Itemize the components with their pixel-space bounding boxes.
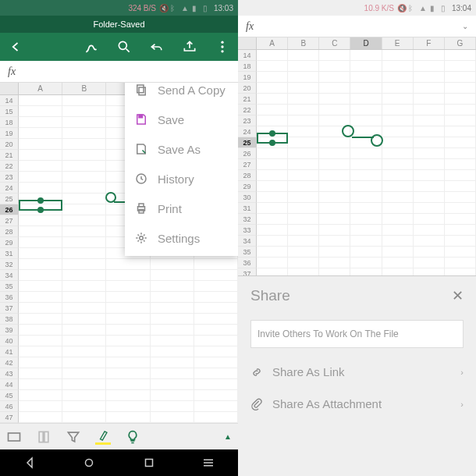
row-header[interactable]: 39	[0, 325, 19, 336]
menu-settings[interactable]: Settings	[125, 223, 238, 253]
row-header[interactable]: 28	[238, 170, 257, 181]
row-header[interactable]: 18	[0, 117, 19, 128]
wifi-icon: ▲	[419, 4, 427, 12]
row-header[interactable]: 26	[0, 204, 19, 215]
row-header[interactable]: 33	[238, 225, 257, 236]
row-header[interactable]: 24	[0, 183, 19, 194]
row-header[interactable]: 35	[0, 281, 19, 292]
format-button[interactable]	[95, 429, 111, 445]
back-button[interactable]	[8, 39, 23, 55]
nav-menu[interactable]	[201, 456, 215, 470]
sheet-tabs-button[interactable]	[6, 429, 22, 445]
menu-history[interactable]: History	[125, 164, 238, 194]
row-header[interactable]: 23	[238, 115, 257, 126]
row-header[interactable]: 29	[0, 237, 19, 248]
bluetooth-icon: ᛒ	[170, 4, 178, 12]
row-header[interactable]: 44	[0, 379, 19, 390]
row-header[interactable]: 46	[0, 401, 19, 412]
row-header[interactable]: 42	[0, 357, 19, 368]
row-header[interactable]: 20	[0, 139, 19, 150]
share-button[interactable]	[182, 39, 197, 55]
row-header[interactable]: 20	[238, 83, 257, 94]
select-all-corner[interactable]	[0, 83, 19, 94]
filter-button[interactable]	[66, 429, 81, 445]
row-header[interactable]: 47	[0, 412, 19, 423]
row-header[interactable]: 28	[0, 226, 19, 237]
row-header[interactable]: 27	[238, 159, 257, 170]
row-header[interactable]: 19	[238, 72, 257, 83]
row-header[interactable]: 38	[0, 314, 19, 325]
ideas-button[interactable]	[125, 429, 140, 445]
chevron-down-icon[interactable]: ⌄	[462, 22, 468, 30]
row-header[interactable]: 22	[0, 161, 19, 172]
col-header[interactable]: A	[19, 83, 62, 94]
col-header[interactable]: E	[382, 37, 414, 49]
row-header[interactable]: 32	[238, 214, 257, 225]
col-header[interactable]: D	[350, 37, 382, 49]
col-header[interactable]: G	[445, 37, 476, 49]
invite-input[interactable]: Invite Others To Work On The File	[250, 320, 464, 348]
nav-back[interactable]	[23, 456, 37, 470]
share-as-attachment[interactable]: Share As Attachment ›	[238, 388, 476, 420]
row-header[interactable]: 36	[0, 292, 19, 303]
nav-home[interactable]	[82, 456, 96, 470]
row-header[interactable]: 31	[0, 248, 19, 259]
select-all-corner[interactable]	[238, 37, 257, 49]
row-header[interactable]: 30	[238, 192, 257, 203]
row-header[interactable]: 34	[0, 270, 19, 281]
row-header[interactable]: 37	[0, 303, 19, 314]
row-header[interactable]: 40	[0, 336, 19, 346]
row-header[interactable]: 24	[238, 126, 257, 137]
row-header[interactable]: 32	[0, 259, 19, 270]
row-header[interactable]: 25	[238, 137, 257, 148]
menu-send-copy[interactable]: Send A Copy	[125, 83, 238, 105]
row-header[interactable]: 21	[238, 94, 257, 105]
row-header[interactable]: 41	[0, 346, 19, 357]
row-header[interactable]: 19	[0, 128, 19, 139]
menu-print[interactable]: Print	[125, 194, 238, 223]
share-as-link[interactable]: Share As Link ›	[238, 356, 476, 388]
row-header[interactable]: 25	[0, 194, 19, 204]
row-header[interactable]: 18	[238, 61, 257, 72]
more-button[interactable]	[215, 39, 230, 55]
row-header[interactable]: 27	[0, 215, 19, 226]
svg-rect-12	[9, 433, 20, 441]
row-header[interactable]: 29	[238, 181, 257, 192]
row-header[interactable]: 23	[0, 172, 19, 183]
menu-save[interactable]: Save	[125, 105, 238, 134]
row-header[interactable]: 34	[238, 236, 257, 247]
row-header[interactable]: 14	[238, 50, 257, 61]
menu-save-as[interactable]: Save As	[125, 134, 238, 164]
undo-button[interactable]	[149, 39, 165, 55]
col-header[interactable]: B	[62, 83, 106, 94]
col-header[interactable]: B	[288, 37, 319, 49]
grid-rows[interactable]: 1418192021222324252627282930313233343536…	[238, 50, 476, 301]
row-header[interactable]: 26	[238, 148, 257, 159]
row-header[interactable]: 14	[0, 95, 19, 106]
col-header[interactable]: A	[257, 37, 288, 49]
row-header[interactable]: 21	[0, 150, 19, 161]
card-view-button[interactable]	[36, 429, 52, 445]
col-header[interactable]: F	[414, 37, 445, 49]
draw-button[interactable]	[83, 39, 99, 55]
expand-button[interactable]: ▲	[224, 432, 232, 441]
row-header[interactable]: 36	[238, 258, 257, 268]
settings-icon	[134, 231, 148, 245]
row-header[interactable]: 15	[0, 106, 19, 117]
nav-recent[interactable]	[142, 456, 156, 470]
row-header[interactable]: 31	[238, 203, 257, 214]
search-button[interactable]	[116, 39, 132, 55]
row-header[interactable]: 43	[0, 368, 19, 379]
row-header[interactable]: 35	[238, 247, 257, 258]
bottom-toolbar: ▲	[0, 423, 238, 449]
row-header[interactable]: 22	[238, 105, 257, 115]
formula-bar[interactable]: fx	[0, 61, 238, 83]
row-header[interactable]: 45	[0, 390, 19, 401]
clock: 13:04	[452, 4, 471, 12]
spreadsheet-grid[interactable]: A B C D E 141518192021222324252627282931…	[0, 83, 238, 423]
formula-bar[interactable]: fx ⌄	[238, 16, 476, 37]
share-option-label: Share As Link	[272, 365, 345, 378]
col-header[interactable]: C	[319, 37, 350, 49]
close-button[interactable]: ✕	[452, 287, 464, 304]
svg-rect-16	[145, 460, 152, 467]
